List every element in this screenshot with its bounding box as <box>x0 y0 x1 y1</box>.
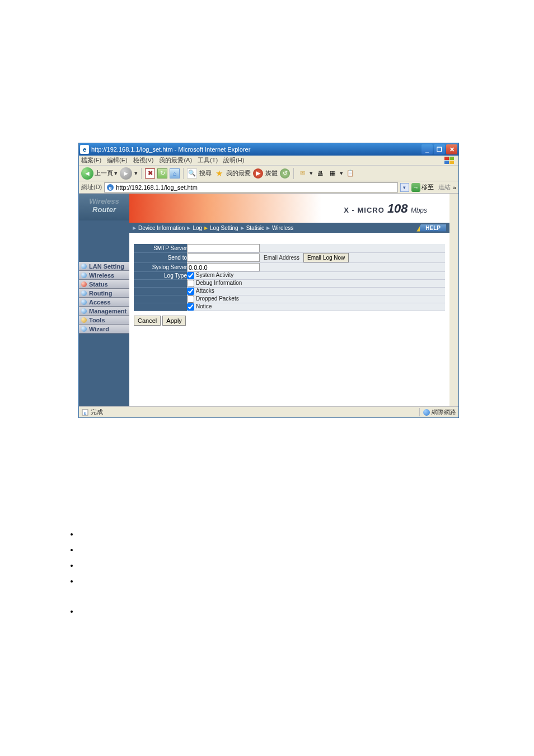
cancel-button[interactable]: Cancel <box>134 316 161 326</box>
svg-rect-1 <box>449 157 454 160</box>
go-icon: → <box>411 183 420 192</box>
tab-log[interactable]: Log <box>193 225 202 231</box>
svg-text:e: e <box>83 410 86 416</box>
toolbar: ◄ 上一頁 ▾ ► ▾ ✖ ↻ ⌂ 🔍 搜尋 ★ 我的最愛 ▶ 媒體 ↺ ✉ ▾… <box>79 166 458 181</box>
email-log-now-button[interactable]: Email Log Now <box>303 253 349 262</box>
smtp-input[interactable] <box>187 244 260 252</box>
list-item <box>78 577 534 585</box>
sendto-label: Send to <box>134 253 187 263</box>
mail-button[interactable]: ✉ <box>297 168 307 179</box>
sidebar-item-access[interactable]: Access <box>79 298 129 307</box>
svg-rect-2 <box>444 161 449 164</box>
dot-icon <box>81 281 87 287</box>
go-button[interactable]: → 移至 <box>411 183 434 192</box>
back-icon: ◄ <box>81 167 93 180</box>
main-panel: X - MICRO 108 Mbps ▶Device Information ▶… <box>129 194 449 406</box>
list-item <box>78 561 534 569</box>
sub-nav: ▶Device Information ▶Log ▶Log Setting ▶S… <box>129 223 449 233</box>
bullet-list <box>78 530 534 615</box>
sendto-input[interactable] <box>187 253 260 262</box>
banner: X - MICRO 108 Mbps <box>129 194 449 223</box>
menu-tools[interactable]: 工具(T) <box>198 156 218 165</box>
dot-icon <box>81 317 87 323</box>
sidebar-item-wireless[interactable]: Wireless <box>79 271 129 280</box>
menu-file[interactable]: 檔案(F) <box>81 156 101 165</box>
discuss-button[interactable]: 📋 <box>345 168 355 179</box>
favorites-icon: ★ <box>214 168 224 179</box>
menu-help[interactable]: 說明(H) <box>223 156 244 165</box>
brand-logo: Wireless Router <box>79 194 129 220</box>
sidebar-item-routing[interactable]: Routing <box>79 289 129 298</box>
minimize-button[interactable]: _ <box>421 144 433 154</box>
stop-button[interactable]: ✖ <box>145 168 155 179</box>
tab-log-setting[interactable]: Log Setting <box>210 225 238 231</box>
sidebar: Wireless Router LAN Setting Wireless Sta… <box>79 194 129 406</box>
search-icon: 🔍 <box>187 168 197 179</box>
list-item <box>78 607 534 615</box>
refresh-button[interactable]: ↻ <box>157 168 167 179</box>
search-button[interactable]: 搜尋 <box>199 169 212 177</box>
dot-icon <box>81 299 87 305</box>
print-button[interactable]: 🖶 <box>315 168 325 179</box>
address-bar: 網址(D) e http://192.168.1.1/log_set.htm ▾… <box>79 181 458 194</box>
help-button[interactable]: HELP <box>416 224 446 232</box>
tab-device-info[interactable]: Device Information <box>138 225 185 231</box>
sidebar-item-status[interactable]: Status <box>79 280 129 289</box>
svg-text:e: e <box>109 185 112 191</box>
email-address-label: Email Address <box>264 255 299 261</box>
status-bar: e 完成 網際網路 <box>79 406 458 417</box>
syslog-label: Syslog Server <box>134 263 187 272</box>
sidebar-item-tools[interactable]: Tools <box>79 316 129 325</box>
address-url: http://192.168.1.1/log_set.htm <box>116 184 198 191</box>
attacks-checkbox[interactable] <box>187 288 194 295</box>
apply-button[interactable]: Apply <box>162 316 186 326</box>
window-title: http://192.168.1.1/log_set.htm - Microso… <box>91 146 421 153</box>
favorites-button[interactable]: 我的最愛 <box>226 169 251 177</box>
menu-view[interactable]: 檢視(V) <box>133 156 154 165</box>
media-icon: ▶ <box>253 168 263 179</box>
notice-checkbox[interactable] <box>187 303 194 311</box>
sidebar-item-lan-setting[interactable]: LAN Setting <box>79 262 129 271</box>
dot-icon <box>81 290 87 296</box>
close-button[interactable]: ✕ <box>446 144 457 154</box>
system-activity-checkbox[interactable] <box>187 272 194 279</box>
dot-icon <box>81 273 87 278</box>
done-icon: e <box>81 408 89 416</box>
tab-wireless[interactable]: Wireless <box>272 225 293 231</box>
ie-icon: e <box>80 145 89 154</box>
logtype-label: Log Type <box>134 272 187 280</box>
svg-rect-3 <box>449 161 454 164</box>
debug-info-checkbox[interactable] <box>187 280 194 287</box>
forward-button[interactable]: ► <box>120 167 132 180</box>
dropped-packets-checkbox[interactable] <box>187 295 194 303</box>
dot-icon <box>81 308 87 314</box>
edit-button[interactable]: ▦ <box>327 168 338 179</box>
status-text: 完成 <box>91 408 103 416</box>
dot-icon <box>81 326 87 332</box>
history-button[interactable]: ↺ <box>280 168 290 179</box>
list-item <box>78 530 534 538</box>
page-icon: e <box>106 184 114 191</box>
menu-edit[interactable]: 編輯(E) <box>107 156 128 165</box>
links-label[interactable]: 連結 <box>438 183 451 191</box>
tab-statistic[interactable]: Statisic <box>246 225 264 231</box>
maximize-button[interactable]: ❐ <box>434 144 445 154</box>
home-button[interactable]: ⌂ <box>170 168 180 179</box>
dot-icon <box>81 264 87 269</box>
address-dropdown[interactable]: ▾ <box>400 183 409 192</box>
windows-logo-icon <box>443 157 456 165</box>
media-button[interactable]: 媒體 <box>265 169 278 177</box>
sidebar-item-management[interactable]: Management <box>79 307 129 316</box>
list-item <box>78 546 534 553</box>
internet-zone-icon <box>423 409 430 416</box>
menu-favorites[interactable]: 我的最愛(A) <box>159 156 192 165</box>
back-button[interactable]: ◄ 上一頁 ▾ <box>81 167 118 180</box>
security-zone: 網際網路 <box>419 408 456 416</box>
address-field[interactable]: e http://192.168.1.1/log_set.htm <box>104 182 398 192</box>
svg-rect-0 <box>444 157 449 160</box>
smtp-label: SMTP Server <box>134 244 187 253</box>
address-label: 網址(D) <box>81 183 102 191</box>
syslog-input[interactable] <box>187 263 260 271</box>
menu-bar: 檔案(F) 編輯(E) 檢視(V) 我的最愛(A) 工具(T) 說明(H) <box>79 156 458 166</box>
sidebar-item-wizard[interactable]: Wizard <box>79 325 129 334</box>
